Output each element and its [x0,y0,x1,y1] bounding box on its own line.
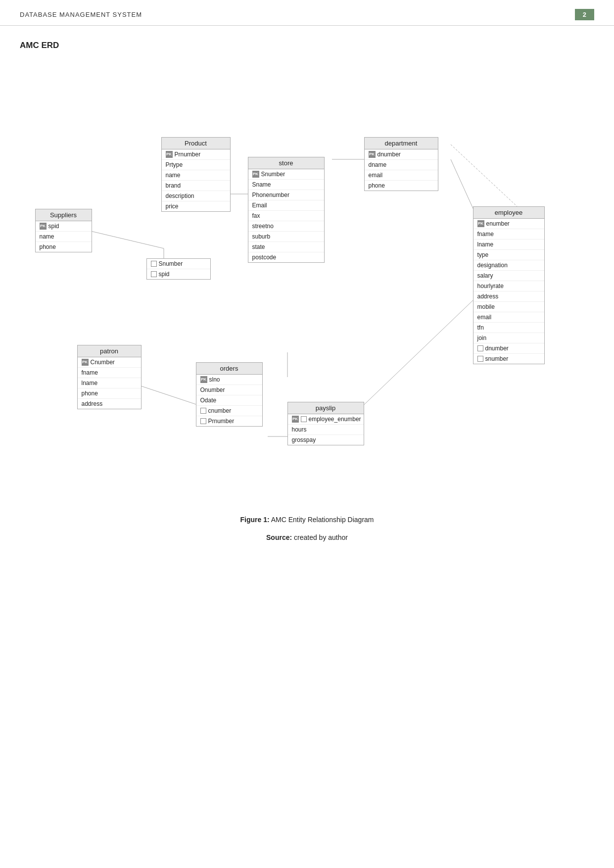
table-row: grosspay [288,435,364,445]
table-row: description [162,191,230,201]
entity-employee-header: employee [473,207,544,219]
pk-icon: PK [200,376,207,383]
entity-department-body: PK dnumber dname email phone [365,149,438,191]
entity-payslip-header: payslip [288,402,364,414]
entity-product-body: PK Prnumber Prtype name brand descriptio… [162,149,230,211]
table-row: PK spid [36,221,92,232]
table-row: Email [248,200,324,211]
entity-department: department PK dnumber dname email phone [364,137,438,191]
fk-icon [151,261,157,267]
entity-suppliers-header: Suppliers [36,209,92,221]
entity-employee-body: PK enumber fname lname type designation … [473,219,544,364]
table-row: postcode [248,252,324,262]
entity-suppliers-body: PK spid name phone [36,221,92,252]
entity-store-header: store [248,157,324,169]
entity-patron-header: patron [78,345,141,357]
entity-payslip: payslip PK employee_enumber hours grossp… [287,402,364,445]
table-row: hourlyrate [473,281,544,291]
table-row: PK Cnumber [78,357,141,368]
page-header: DATABASE MANAGEMENT SYSTEM 2 [0,0,614,26]
entity-payslip-body: PK employee_enumber hours grosspay [288,414,364,445]
entity-store-body: PK Snumber Sname Phonenumber Email fax s… [248,169,324,262]
table-row: lname [78,378,141,388]
table-row: email [473,312,544,323]
table-row: snumber [473,354,544,364]
entity-suppliers: Suppliers PK spid name phone [35,209,92,252]
svg-line-8 [357,298,475,412]
table-row: fax [248,211,324,221]
entity-patron: patron PK Cnumber fname lname phone addr… [77,345,142,409]
table-row: phone [36,242,92,252]
table-row: suburb [248,232,324,242]
entity-product: Product PK Prnumber Prtype name brand de… [161,137,231,212]
table-row: Snumber [147,259,210,269]
table-row: Onumber [196,385,262,395]
source-bold: Source: [266,533,292,541]
fk-icon [301,416,307,422]
pk-icon: PK [166,151,173,158]
table-row: cnumber [196,406,262,416]
table-row: PK employee_enumber [288,414,364,425]
table-row: brand [162,181,230,191]
table-row: email [365,170,438,181]
fk-icon [200,408,206,414]
figure-caption-bold: Figure 1: [240,516,270,524]
table-row: streetno [248,221,324,232]
table-row: name [36,232,92,242]
table-row: PK Prnumber [162,149,230,160]
erd-diagram: Product PK Prnumber Prtype name brand de… [20,60,594,506]
table-row: PK slno [196,375,262,385]
entity-orders-header: orders [196,363,262,375]
table-row: PK dnumber [365,149,438,160]
fk-icon [477,356,483,362]
pk-icon: PK [369,151,376,158]
table-row: address [473,291,544,302]
pk-icon: PK [40,223,47,230]
table-row: fname [473,229,544,240]
table-row: name [162,170,230,181]
table-row: price [162,201,230,211]
table-row: Sname [248,180,324,190]
table-row: PK enumber [473,219,544,229]
pk-icon: PK [252,171,259,178]
entity-orders-body: PK slno Onumber Odate cnumber Prnumber [196,375,262,426]
table-row: state [248,242,324,252]
table-row: join [473,333,544,343]
table-row: salary [473,271,544,281]
entity-product-header: Product [162,138,230,149]
table-row: fname [78,368,141,378]
entity-product-suppliers: Snumber spid [146,258,211,280]
pk-icon: PK [477,220,484,227]
table-row: dname [365,160,438,170]
table-row: Prtype [162,160,230,170]
page-number: 2 [575,9,594,20]
pk-icon: PK [292,416,299,423]
entity-patron-body: PK Cnumber fname lname phone address [78,357,141,409]
entity-product-suppliers-body: Snumber spid [147,259,210,279]
table-row: mobile [473,302,544,312]
table-row: tfn [473,323,544,333]
table-row: Phonenumber [248,190,324,200]
fk-icon [477,345,483,351]
table-row: PK Snumber [248,169,324,180]
figure-caption-text: AMC Entity Relationship Diagram [270,516,374,524]
figure-caption: Figure 1: AMC Entity Relationship Diagra… [0,516,614,524]
entity-orders: orders PK slno Onumber Odate cnumber Prn… [196,362,263,427]
table-row: dnumber [473,343,544,354]
table-row: Prnumber [196,416,262,426]
table-row: hours [288,425,364,435]
fk-icon [151,271,157,277]
entity-employee: employee PK enumber fname lname type des… [473,206,545,364]
table-row: lname [473,240,544,250]
svg-line-2 [451,159,475,214]
table-row: phone [365,181,438,191]
header-title: DATABASE MANAGEMENT SYSTEM [20,11,142,18]
section-heading: AMC ERD [0,26,614,60]
table-row: Odate [196,395,262,406]
entity-department-header: department [365,138,438,149]
table-row: type [473,250,544,260]
table-row: designation [473,260,544,271]
source-line: Source: created by author [0,533,614,541]
table-row: phone [78,388,141,399]
fk-icon [200,418,206,424]
